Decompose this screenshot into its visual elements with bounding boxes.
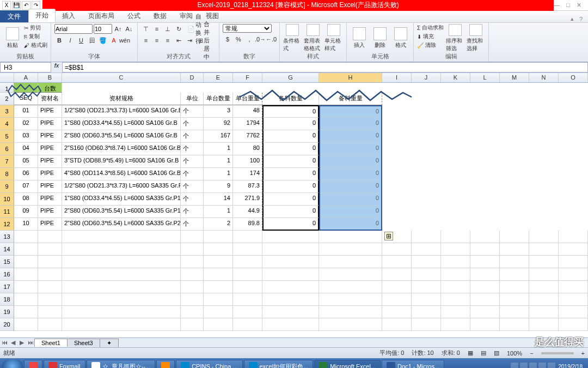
cell[interactable] xyxy=(181,243,204,256)
row-header[interactable]: 12 xyxy=(0,218,14,231)
cell[interactable] xyxy=(204,231,233,243)
formula-input[interactable] xyxy=(62,62,588,73)
col-header[interactable]: L xyxy=(470,73,500,82)
tab-insert[interactable]: 插入 xyxy=(56,10,82,22)
cell[interactable] xyxy=(500,243,529,256)
row-header[interactable]: 5 xyxy=(0,130,14,143)
cell[interactable] xyxy=(62,281,181,293)
cell[interactable] xyxy=(500,318,529,331)
cell[interactable]: 05 xyxy=(14,155,38,168)
tray-icon[interactable] xyxy=(520,363,528,368)
help-icon[interactable]: ? xyxy=(579,16,588,22)
cell[interactable]: 个 xyxy=(181,143,204,155)
cell[interactable]: PIPE xyxy=(38,118,62,130)
cell[interactable] xyxy=(14,293,38,306)
cell[interactable]: 0 xyxy=(262,130,319,143)
cell[interactable] xyxy=(38,256,62,268)
cell[interactable] xyxy=(204,268,233,281)
cell[interactable] xyxy=(204,243,233,256)
cell[interactable] xyxy=(441,306,470,318)
cell[interactable] xyxy=(181,306,204,318)
cell[interactable] xyxy=(500,293,529,306)
tab-home[interactable]: 开始 xyxy=(28,9,56,22)
tray-icon[interactable] xyxy=(529,363,537,368)
row-header[interactable]: 15 xyxy=(0,256,14,268)
cond-format-button[interactable]: 条件格式 xyxy=(283,24,302,52)
cell[interactable]: 个 xyxy=(181,180,204,193)
cell[interactable]: 个 xyxy=(181,206,204,218)
cell[interactable] xyxy=(262,231,319,243)
format-painter-button[interactable]: 🖌 格式刷 xyxy=(24,41,47,49)
clear-button[interactable]: 🧹 清除 xyxy=(417,41,444,49)
cell[interactable] xyxy=(181,293,204,306)
cell[interactable] xyxy=(559,318,588,331)
grow-font-icon[interactable]: A↑ xyxy=(113,24,123,34)
cell[interactable]: 0 xyxy=(319,206,382,218)
table-format-button[interactable]: 套用表格格式 xyxy=(304,24,322,52)
cell[interactable]: 0 xyxy=(262,180,319,193)
cell[interactable]: 1 xyxy=(204,143,233,155)
cell[interactable]: 0 xyxy=(319,168,382,180)
tab-formula[interactable]: 公式 xyxy=(121,10,147,22)
maximize-button[interactable]: □ xyxy=(566,2,570,9)
row-header[interactable]: 6 xyxy=(0,143,14,155)
cell[interactable] xyxy=(181,256,204,268)
col-header[interactable]: H xyxy=(319,73,382,82)
cell[interactable]: 1/2"S80 (OD21.3*t3.73) L=6000 SA106 Gr.B xyxy=(62,105,181,118)
cell[interactable] xyxy=(262,268,319,281)
cell[interactable]: 100 xyxy=(233,155,262,168)
cell[interactable] xyxy=(62,293,181,306)
cell[interactable]: PIPE xyxy=(38,180,62,193)
cell[interactable] xyxy=(382,306,412,318)
cell[interactable] xyxy=(412,231,441,243)
zoom-slider[interactable] xyxy=(541,352,574,354)
cut-button[interactable]: ✂ 剪切 xyxy=(24,24,47,32)
cell[interactable] xyxy=(470,293,500,306)
cell[interactable]: PIPE xyxy=(38,168,62,180)
cell[interactable]: 03 xyxy=(14,130,38,143)
cell[interactable] xyxy=(382,243,412,256)
cell[interactable] xyxy=(500,306,529,318)
cell[interactable] xyxy=(470,306,500,318)
font-size-input[interactable] xyxy=(94,24,112,34)
save-icon[interactable]: 💾 xyxy=(12,1,21,10)
cell[interactable] xyxy=(470,256,500,268)
cell[interactable] xyxy=(500,231,529,243)
cell[interactable]: 09 xyxy=(14,206,38,218)
cell[interactable] xyxy=(529,293,559,306)
cell[interactable]: 1/2"S80 (OD21.3*t3.73) L=6000 SA335 Gr.P… xyxy=(62,180,181,193)
cell[interactable] xyxy=(441,293,470,306)
cell[interactable] xyxy=(500,256,529,268)
cell[interactable] xyxy=(233,318,262,331)
cell[interactable] xyxy=(38,231,62,243)
cell[interactable] xyxy=(262,281,319,293)
cell[interactable] xyxy=(529,243,559,256)
dec-decimal-icon[interactable]: ←.0 xyxy=(266,34,276,44)
cell[interactable]: 2 xyxy=(204,218,233,231)
cell[interactable]: 167 xyxy=(204,130,233,143)
cell[interactable] xyxy=(262,318,319,331)
sheet-next-icon[interactable]: ▶ xyxy=(17,339,26,346)
cell[interactable]: 0 xyxy=(262,218,319,231)
cell[interactable] xyxy=(441,318,470,331)
align-left-icon[interactable]: ≡ xyxy=(141,35,151,45)
cell[interactable] xyxy=(412,281,441,293)
cell[interactable] xyxy=(412,293,441,306)
cell[interactable] xyxy=(181,268,204,281)
cell[interactable]: 个 xyxy=(181,130,204,143)
cell[interactable] xyxy=(14,268,38,281)
cell[interactable] xyxy=(559,256,588,268)
indent-inc-icon[interactable]: ⇥ xyxy=(185,35,194,45)
cell[interactable]: 87.3 xyxy=(233,180,262,193)
cell[interactable] xyxy=(470,318,500,331)
cell[interactable]: SEQ xyxy=(14,93,38,105)
cell[interactable] xyxy=(529,268,559,281)
col-header[interactable]: F xyxy=(233,73,262,82)
cell-styles-button[interactable]: 单元格样式 xyxy=(324,24,343,52)
clock[interactable]: 2019/2/18 xyxy=(559,364,583,369)
col-header[interactable]: J xyxy=(412,73,441,82)
cell[interactable] xyxy=(382,293,412,306)
cell[interactable] xyxy=(181,318,204,331)
sheet-first-icon[interactable]: ⏮ xyxy=(0,339,9,346)
taskbar-item[interactable] xyxy=(24,360,42,368)
